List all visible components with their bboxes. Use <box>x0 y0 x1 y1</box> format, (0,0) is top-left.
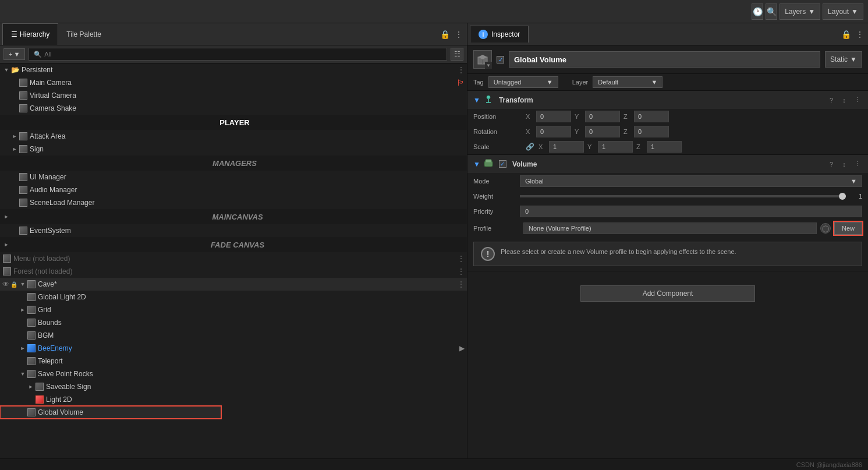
weight-slider[interactable]: 1 <box>520 193 862 200</box>
list-item[interactable]: UI Manager <box>0 171 467 183</box>
z-axis-label: Z <box>636 143 643 150</box>
scale-z-value[interactable]: 1 <box>647 141 682 153</box>
list-item[interactable]: Light 2D <box>0 393 467 406</box>
settings-icon[interactable]: ↕ <box>839 95 849 105</box>
priority-value[interactable]: 0 <box>520 206 862 217</box>
scale-x-value[interactable]: 1 <box>549 141 584 153</box>
list-item[interactable]: BGM <box>0 329 467 342</box>
dots-icon[interactable]: ⋮ <box>455 64 467 76</box>
expand-arrow[interactable]: ▼ <box>2 66 10 74</box>
rotation-label: Rotation <box>473 128 526 135</box>
tag-dropdown[interactable]: Untagged ▼ <box>488 76 558 88</box>
weight-slider-track[interactable] <box>520 195 846 197</box>
list-item[interactable]: SceneLoad Manager <box>0 196 467 209</box>
cube-icon <box>27 344 36 353</box>
link-icon[interactable]: 🔗 <box>526 143 535 151</box>
scroll-right-icon[interactable]: ▶ <box>459 344 465 352</box>
list-item[interactable]: ► Attack Area <box>0 130 467 143</box>
profile-select-button[interactable]: ◯ <box>820 223 831 234</box>
lock-icon[interactable]: 🔒 <box>840 29 852 40</box>
view-toggle-button[interactable]: ☷ <box>451 48 463 61</box>
list-item[interactable]: Bounds <box>0 316 467 329</box>
expand-arrow[interactable]: ► <box>27 383 35 391</box>
tab-inspector[interactable]: i Inspector <box>470 26 529 43</box>
active-checkbox[interactable] <box>497 56 504 63</box>
settings-icon[interactable]: ↕ <box>839 159 849 169</box>
mode-dropdown[interactable]: Global ▼ <box>520 175 862 187</box>
lock-icon[interactable]: 🔒 <box>439 29 451 40</box>
position-fields: X 0 Y 0 Z 0 <box>526 111 862 122</box>
list-item[interactable]: Teleport <box>0 355 467 367</box>
list-item-global-volume[interactable]: Global Volume <box>0 406 221 419</box>
rotation-y-value[interactable]: 0 <box>585 126 620 137</box>
rotation-x-value[interactable]: 0 <box>536 126 571 137</box>
tab-hierarchy[interactable]: ☰ Hierarchy <box>2 23 58 45</box>
expand-arrow[interactable]: ► <box>10 145 19 153</box>
tab-tile-palette[interactable]: Tile Palette <box>58 23 109 45</box>
obj-icon-arrow[interactable]: ▼ <box>485 62 492 69</box>
section-fade-canvas[interactable]: ► FADE CANVAS <box>0 237 467 252</box>
list-item[interactable]: ► Grid <box>0 303 467 316</box>
list-item[interactable]: Global Light 2D <box>0 291 467 303</box>
list-item[interactable]: EventSystem <box>0 224 467 237</box>
position-x-value[interactable]: 0 <box>536 111 571 122</box>
expand-arrow[interactable]: ▼ <box>19 280 27 288</box>
list-item[interactable]: 👁 🔒 ▼ Cave* ⋮ <box>0 278 467 291</box>
weight-slider-thumb[interactable] <box>839 193 846 200</box>
item-label: Forest (not loaded) <box>13 267 455 275</box>
list-item[interactable]: Audio Manager <box>0 183 467 196</box>
volume-header[interactable]: ▼ Volume ? ↕ ⋮ <box>467 155 868 173</box>
position-y-value[interactable]: 0 <box>585 111 620 122</box>
add-component-button[interactable]: Add Component <box>580 285 755 302</box>
eye-icon[interactable]: 👁 <box>2 280 9 288</box>
list-item[interactable]: Camera Shake <box>0 102 467 115</box>
expand-arrow[interactable]: ▼ <box>19 370 27 378</box>
volume-title: Volume <box>512 160 823 168</box>
section-player[interactable]: PLAYER <box>0 115 467 130</box>
profile-field[interactable]: None (Volume Profile) <box>523 222 817 234</box>
static-button[interactable]: Static ▼ <box>825 51 862 68</box>
search-input[interactable] <box>44 51 442 58</box>
help-icon[interactable]: ? <box>826 95 837 105</box>
position-z-value[interactable]: 0 <box>634 111 669 122</box>
add-button[interactable]: + ▼ <box>3 48 25 60</box>
list-item[interactable]: ► Saveable Sign <box>0 380 467 393</box>
scale-y-value[interactable]: 1 <box>598 141 633 153</box>
expand-arrow[interactable]: ► <box>19 344 27 352</box>
layer-dropdown[interactable]: Default ▼ <box>593 76 662 88</box>
expand-arrow[interactable]: ► <box>19 306 27 314</box>
help-icon[interactable]: ? <box>826 159 837 169</box>
more-icon[interactable]: ⋮ <box>852 95 862 105</box>
list-item[interactable]: ▼ Save Point Rocks <box>0 367 467 380</box>
expand-arrow[interactable]: ► <box>10 132 19 140</box>
section-label: FADE CANVAS <box>10 241 465 249</box>
volume-checkbox[interactable] <box>499 160 506 168</box>
list-item[interactable]: ► BeeEnemy ▶ <box>0 342 467 355</box>
more-icon[interactable]: ⋮ <box>453 29 465 40</box>
section-managers[interactable]: MANAGERS <box>0 156 467 171</box>
more-icon[interactable]: ⋮ <box>852 159 862 169</box>
list-item[interactable]: Virtual Camera <box>0 89 467 102</box>
list-item[interactable]: Forest (not loaded) ⋮ <box>0 265 467 278</box>
section-maincanvas[interactable]: ► MAINCANVAS <box>0 209 467 224</box>
list-item[interactable]: Menu (not loaded) ⋮ <box>0 252 467 265</box>
search-button[interactable]: 🔍 <box>766 3 777 20</box>
dots-icon[interactable]: ⋮ <box>455 253 467 264</box>
rotation-z-value[interactable]: 0 <box>634 126 669 137</box>
more-icon[interactable]: ⋮ <box>854 29 866 40</box>
layout-dropdown[interactable]: Layout ▼ <box>823 3 863 20</box>
dots-icon[interactable]: ⋮ <box>455 278 467 290</box>
list-item[interactable]: Main Camera 🏳 <box>0 76 467 89</box>
list-item[interactable]: ► Sign <box>0 143 467 156</box>
new-button[interactable]: New <box>834 222 862 235</box>
history-button[interactable]: 🕐 <box>752 3 763 20</box>
dots-icon[interactable]: ⋮ <box>455 266 467 277</box>
layers-dropdown[interactable]: Layers ▼ <box>780 3 820 20</box>
expand-arrow[interactable]: ► <box>2 241 10 249</box>
transform-header[interactable]: ▼ Transform ? ↕ ⋮ <box>467 91 868 109</box>
object-name-field[interactable] <box>509 51 820 68</box>
list-item[interactable]: ▼ 📂 Persistent ⋮ <box>0 63 467 76</box>
item-label: Virtual Camera <box>30 91 467 100</box>
expand-arrow[interactable]: ► <box>2 213 10 221</box>
layers-chevron-icon: ▼ <box>808 8 815 16</box>
